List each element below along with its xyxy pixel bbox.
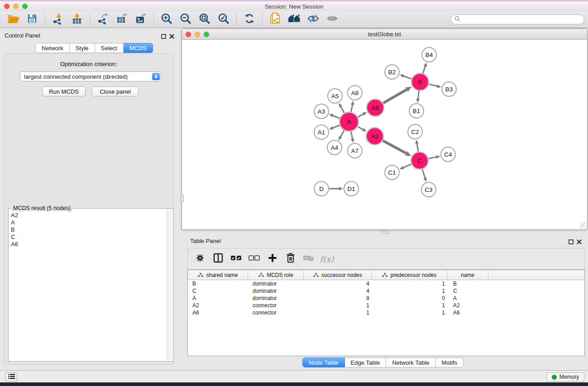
table-row[interactable]: Cdominator41C — [188, 287, 584, 295]
graph-node-A5[interactable]: A5 — [328, 89, 342, 103]
result-item[interactable]: C — [11, 234, 167, 241]
zoom-selected-button[interactable] — [215, 12, 232, 27]
graph-node-C3[interactable]: C3 — [421, 182, 436, 197]
save-session-button[interactable] — [24, 12, 40, 27]
tab-edge-table[interactable]: Edge Table — [345, 357, 387, 367]
resize-grip[interactable] — [580, 223, 586, 229]
zoom-in-button[interactable] — [158, 12, 175, 27]
result-item[interactable]: B — [11, 226, 167, 234]
graph-node-B[interactable]: B — [411, 73, 429, 91]
float-panel-icon[interactable] — [161, 33, 166, 41]
table-row[interactable]: A2connector11A2 — [188, 302, 584, 309]
zoom-out-button[interactable] — [177, 12, 194, 27]
search-input[interactable] — [463, 16, 580, 23]
delete-table-button[interactable] — [301, 251, 316, 267]
export-image-button[interactable] — [133, 12, 149, 27]
delete-column-button[interactable] — [283, 251, 298, 267]
graph-node-D[interactable]: D — [314, 181, 329, 196]
add-column-button[interactable] — [265, 251, 280, 267]
horizontal-splitter-handle[interactable] — [382, 231, 389, 234]
import-table-button[interactable] — [69, 12, 85, 27]
graph-edge-C-C2[interactable] — [417, 144, 418, 152]
export-network-button[interactable] — [95, 12, 111, 27]
graph-edge-B-B4[interactable] — [423, 67, 425, 73]
graph-edge-C-C4[interactable] — [429, 157, 436, 159]
first-neighbors-button[interactable] — [286, 12, 302, 27]
graph-node-A6[interactable]: A6 — [367, 99, 384, 116]
graph-node-B4[interactable]: B4 — [422, 48, 436, 62]
graph-edge-A2-C[interactable] — [383, 141, 406, 153]
close-panel-icon[interactable] — [169, 33, 174, 41]
graph-node-A[interactable]: A — [339, 112, 359, 131]
column-header-successor-nodes[interactable]: successor nodes — [304, 270, 372, 280]
graph-node-A2[interactable]: A2 — [366, 128, 383, 145]
vertical-splitter-handle[interactable] — [180, 195, 184, 202]
tab-node-table[interactable]: Node Table — [302, 357, 345, 367]
graph-edge-A6-B[interactable] — [383, 90, 406, 103]
mcds-result-list[interactable]: A2 A B C A6 — [9, 210, 167, 361]
tab-network-table[interactable]: Network Table — [386, 357, 435, 367]
memory-button[interactable]: Memory — [546, 372, 584, 381]
graph-node-B1[interactable]: B1 — [409, 104, 424, 118]
graph-node-C[interactable]: C — [411, 152, 428, 169]
run-mcds-button[interactable]: Run MCDS — [42, 86, 86, 96]
column-header-shared-name[interactable]: shared name — [188, 270, 248, 280]
refresh-layout-button[interactable] — [241, 12, 258, 27]
graph-node-A8[interactable]: A8 — [348, 86, 362, 100]
optimization-criterion-select[interactable]: largest connected component (directed) — [20, 71, 161, 81]
graph-edge-A-A4[interactable] — [340, 130, 344, 137]
graph-node-A4[interactable]: A4 — [327, 140, 342, 155]
tab-mcds[interactable]: MCDS — [124, 43, 153, 53]
table-settings-button[interactable] — [192, 251, 208, 267]
graph-node-A1[interactable]: A1 — [314, 125, 329, 139]
graph-node-B2[interactable]: B2 — [385, 65, 399, 79]
network-window-titlebar[interactable]: testGlobe.txt — [182, 29, 587, 40]
show-columns-button[interactable] — [210, 251, 226, 267]
close-panel-icon[interactable] — [577, 238, 582, 246]
network-canvas[interactable]: AA1A2A3A4A5A6A7A8BB1B2B3B4CC1C2C3C4DD1 — [182, 40, 587, 229]
graph-edge-C-C1[interactable] — [403, 164, 411, 168]
graph-edge-B-B2[interactable] — [403, 76, 411, 79]
graph-edge-A-A6[interactable] — [358, 114, 363, 117]
graph-node-A3[interactable]: A3 — [314, 104, 329, 119]
column-header-name[interactable]: name — [447, 270, 488, 280]
table-row[interactable]: Adominator80A — [188, 295, 584, 302]
import-network-button[interactable] — [50, 12, 66, 27]
graph-edge-A-A5[interactable] — [341, 107, 344, 113]
table-row[interactable]: A6connector11A6 — [188, 309, 584, 316]
graph-edge-A-A2[interactable] — [358, 127, 363, 130]
graph-node-C2[interactable]: C2 — [408, 124, 422, 139]
column-header-predecessor-nodes[interactable]: predecessor nodes — [372, 270, 447, 280]
graph-edge-A-A8[interactable] — [351, 105, 352, 112]
tab-motifs[interactable]: Motifs — [436, 357, 464, 367]
open-file-button[interactable] — [5, 12, 21, 27]
graph-edge-B-B3[interactable] — [429, 84, 437, 86]
table-row[interactable]: Bdominator41B — [188, 280, 584, 287]
float-panel-icon[interactable] — [569, 238, 574, 246]
tab-network[interactable]: Network — [35, 43, 70, 53]
new-network-from-selection-button[interactable] — [267, 12, 283, 27]
function-builder-button[interactable]: f(x) — [319, 251, 335, 267]
graph-node-C4[interactable]: C4 — [441, 147, 455, 162]
show-panels-button[interactable] — [5, 372, 17, 381]
graph-edge-A-A3[interactable] — [333, 116, 339, 119]
result-item[interactable]: A6 — [11, 241, 167, 248]
result-item[interactable]: A2 — [11, 212, 167, 219]
graph-edge-A-A7[interactable] — [351, 132, 352, 139]
show-all-button[interactable] — [324, 12, 340, 27]
graph-node-C1[interactable]: C1 — [385, 165, 399, 180]
zoom-fit-button[interactable] — [196, 12, 213, 27]
select-all-button[interactable] — [229, 251, 244, 267]
result-scrollbar[interactable] — [167, 209, 173, 361]
column-header-mcds-role[interactable]: MCDS role — [248, 270, 304, 280]
graph-node-A7[interactable]: A7 — [348, 143, 362, 158]
graph-edge-A-A1[interactable] — [333, 125, 339, 128]
hide-selected-button[interactable] — [305, 12, 321, 27]
deselect-all-button[interactable] — [247, 251, 262, 267]
tab-select[interactable]: Select — [95, 43, 124, 53]
export-table-button[interactable] — [114, 12, 130, 27]
search-box[interactable] — [450, 14, 584, 24]
graph-node-B3[interactable]: B3 — [442, 82, 456, 96]
tab-style[interactable]: Style — [70, 43, 95, 53]
graph-node-D1[interactable]: D1 — [344, 181, 359, 196]
